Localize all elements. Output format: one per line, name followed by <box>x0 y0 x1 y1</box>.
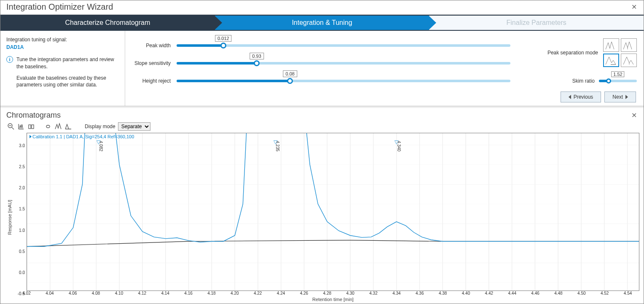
mode-option-2[interactable] <box>621 38 637 52</box>
peak-separation-panel: Peak separation mode Skim ratio <box>519 35 637 84</box>
window-title: Integration Optimizer Wizard <box>6 2 113 12</box>
slider-slope-sensitivity: Slope sensitivity 0.93 <box>129 60 510 66</box>
height-reject-slider[interactable]: 0.08 <box>177 80 510 82</box>
fit-vertical-icon[interactable] <box>16 122 26 131</box>
step-characterize[interactable]: Characterize Chromatogram <box>0 16 215 30</box>
info-text: Tune the integration parameters and revi… <box>16 56 119 89</box>
slider-height-reject: Height reject 0.08 <box>129 78 510 84</box>
nav-buttons: Previous Next <box>129 91 637 102</box>
fit-horizontal-icon[interactable] <box>27 122 36 131</box>
link-axes-icon[interactable] <box>43 122 53 131</box>
info-icon: i <box>6 56 13 63</box>
slope-sensitivity-slider[interactable]: 0.93 <box>177 62 510 65</box>
zoom-out-icon[interactable] <box>6 122 16 131</box>
svg-line-4 <box>12 127 14 129</box>
signal-name: DAD1A <box>6 44 119 50</box>
baseline-icon[interactable] <box>64 122 73 131</box>
peak-marker-icon: ▽ <box>394 139 398 145</box>
peak-marker-icon: ▽ <box>274 139 277 145</box>
sliders: Peak width 0.012 Slope sensitivity 0.9 <box>129 35 510 84</box>
peak-marker-icon: ▽ <box>97 139 100 145</box>
plot-area[interactable]: Calibration 1.1 | DAD1 A, Sig=254,4 Ref=… <box>27 133 639 291</box>
skim-ratio-row: Skim ratio 1.52 <box>572 78 637 84</box>
wizard-window: Integration Optimizer Wizard ✕ Character… <box>0 0 644 304</box>
y-ticks: -0.50.00.51.01.52.02.53.0 <box>13 133 27 302</box>
titlebar: Integration Optimizer Wizard ✕ <box>0 0 644 15</box>
svg-rect-7 <box>32 125 34 129</box>
step-tuning[interactable]: Integration & Tuning <box>215 16 429 30</box>
slider-peak-width: Peak width 0.012 <box>129 43 510 48</box>
svg-rect-6 <box>29 125 31 129</box>
x-ticks: 4.024.044.064.084.104.124.144.164.184.20… <box>27 291 639 297</box>
step-finalize[interactable]: Finalize Parameters <box>429 16 644 30</box>
chevron-right-icon <box>625 95 628 99</box>
upper-panel: Integration tuning of signal: DAD1A i Tu… <box>0 31 644 106</box>
tuning-panel: Peak width 0.012 Slope sensitivity 0.9 <box>125 31 644 106</box>
mode-option-1[interactable] <box>603 38 619 52</box>
plot-trace-title: Calibration 1.1 | DAD1 A, Sig=254,4 Ref=… <box>30 134 134 139</box>
plot-wrap: Response [mAU] -0.50.00.51.01.52.02.53.0… <box>6 133 639 302</box>
chromatograms-close-icon[interactable]: ✕ <box>629 110 639 120</box>
display-mode-label: Display mode <box>85 124 115 129</box>
peak-mode-grid <box>603 38 637 67</box>
left-info-panel: Integration tuning of signal: DAD1A i Tu… <box>0 31 125 106</box>
display-mode-select[interactable]: Separate <box>118 122 150 131</box>
mode-option-4[interactable] <box>621 54 637 67</box>
wizard-steps: Characterize Chromatogram Integration & … <box>0 15 644 31</box>
close-icon[interactable]: ✕ <box>629 2 639 12</box>
chevron-left-icon <box>569 95 571 99</box>
play-icon <box>30 135 32 138</box>
mode-option-3[interactable] <box>603 54 619 67</box>
previous-button[interactable]: Previous <box>561 91 601 102</box>
next-button[interactable]: Next <box>604 91 636 102</box>
chromatograms-title: Chromatograms <box>6 111 61 120</box>
skim-ratio-slider[interactable]: 1.52 <box>599 80 637 82</box>
x-axis-label: Retention time [min] <box>27 297 639 302</box>
chromatograms-toolbar: Display mode Separate <box>6 122 639 131</box>
peak-width-slider[interactable]: 0.012 <box>177 44 510 47</box>
y-axis-label: Response [mAU] <box>6 133 13 302</box>
signal-heading: Integration tuning of signal: <box>6 37 119 43</box>
chromatograms-section: Chromatograms ✕ Display mode Separate <box>0 106 644 304</box>
peaks-icon[interactable] <box>54 122 63 131</box>
